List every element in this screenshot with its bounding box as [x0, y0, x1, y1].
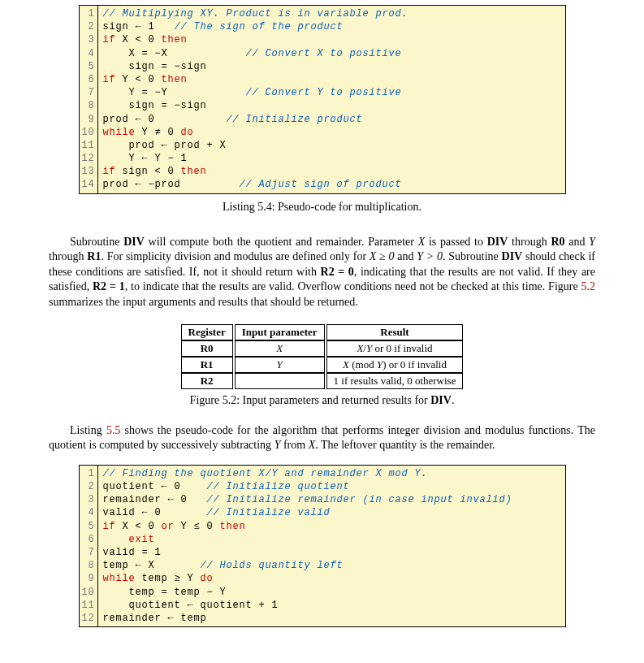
listing-5-4-caption: Listing 5.4: Pseudo-code for multiplicat…: [79, 201, 566, 214]
cell-reg: R1: [201, 358, 214, 370]
text-bold: DIV: [123, 236, 145, 248]
header-result: Result: [326, 324, 464, 340]
variable-x: X: [418, 236, 426, 248]
condition: X ≥ 0: [370, 250, 395, 262]
figure-ref-5-2: 5.2: [581, 280, 596, 292]
listing-5-4-code: // Multiplying XY. Product is in variabl…: [98, 6, 413, 193]
listing-5-5-code: // Finding the quotient X/Y and remainde…: [98, 466, 517, 626]
figure-5-2-caption: Figure 5.2: Input parameters and returne…: [49, 394, 595, 407]
text: through: [508, 236, 551, 248]
variable-y: Y: [589, 236, 595, 248]
condition: Y > 0: [417, 250, 443, 262]
figure-5-2-table: Register Input parameter Result R0 X X/Y…: [49, 324, 595, 389]
text-bold: DIV: [487, 236, 508, 248]
cell-out: 1 if results valid, 0 otherwise: [326, 373, 464, 389]
cell-in: [235, 373, 325, 389]
header-register: Register: [181, 324, 233, 340]
text: through: [49, 250, 87, 262]
header-input: Input parameter: [235, 324, 325, 340]
text: . Subroutine: [443, 250, 501, 262]
text: Subroutine: [70, 236, 123, 248]
register-table: Register Input parameter Result R0 X X/Y…: [181, 324, 464, 389]
cell-out: X (mod Y) or 0 if invalid: [326, 357, 464, 373]
cell-in: Y: [277, 358, 283, 370]
listing-5-5-gutter: 123456789101112: [80, 466, 98, 626]
text-bold: DIV: [502, 250, 523, 262]
paragraph-listing-5-5-intro: Listing 5.5 shows the pseudo-code for th…: [49, 423, 595, 453]
text: . The leftover quantity is the remainder…: [315, 439, 495, 451]
listing-5-5-box: 123456789101112 // Finding the quotient …: [79, 465, 566, 627]
register-r0: R0: [551, 236, 564, 248]
listing-ref-5-5: 5.5: [106, 424, 121, 436]
text: will compute both the quotient and remai…: [145, 236, 418, 248]
listing-5-4-box: 1234567891011121314 // Multiplying XY. P…: [79, 5, 566, 194]
text: , to indicate that the results are valid…: [125, 280, 581, 292]
table-row: R0 X X/Y or 0 if invalid: [181, 340, 464, 357]
text: and: [565, 236, 590, 248]
register-r2-zero: R2 = 0: [321, 266, 354, 278]
text: . For simplicity division and modulus ar…: [101, 250, 369, 262]
cell-reg: R0: [201, 342, 214, 354]
text: .: [452, 394, 455, 406]
text-bold: DIV: [430, 394, 452, 406]
cell-out: X/Y or 0 if invalid: [326, 340, 464, 357]
variable-x: X: [309, 439, 316, 451]
page: 1234567891011121314 // Multiplying XY. P…: [0, 0, 644, 644]
cell-reg: R2: [201, 375, 214, 387]
table-header-row: Register Input parameter Result: [181, 324, 464, 340]
listing-5-4: 1234567891011121314 // Multiplying XY. P…: [79, 5, 566, 214]
register-r2-one: R2 = 1: [93, 280, 125, 292]
table-row: R2 1 if results valid, 0 otherwise: [181, 373, 464, 389]
text: Figure 5.2: Input parameters and returne…: [190, 394, 431, 406]
text: is passed to: [425, 236, 486, 248]
listing-5-4-gutter: 1234567891011121314: [80, 6, 98, 193]
cell-in: X: [276, 342, 283, 354]
text: Listing: [70, 424, 106, 436]
paragraph-div-description: Subroutine DIV will compute both the quo…: [49, 235, 595, 310]
listing-5-5: 123456789101112 // Finding the quotient …: [79, 465, 566, 627]
text: and: [395, 250, 417, 262]
table-row: R1 Y X (mod Y) or 0 if invalid: [181, 357, 464, 373]
text: summarizes the input arguments and resul…: [49, 296, 358, 308]
register-r1: R1: [87, 250, 101, 262]
text: from: [280, 439, 308, 451]
